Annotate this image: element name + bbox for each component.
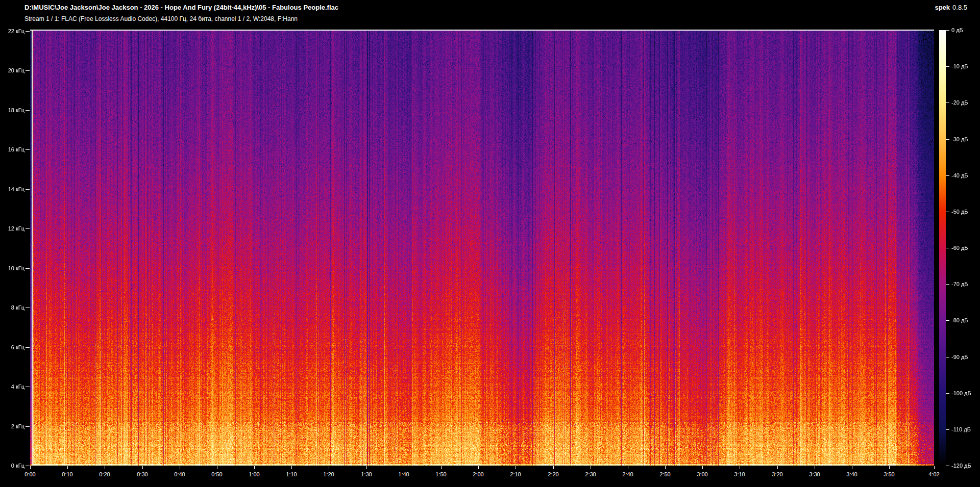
freq-tick bbox=[26, 387, 30, 387]
time-tick bbox=[67, 466, 68, 469]
time-tick-label: 3:40 bbox=[839, 471, 865, 478]
time-tick-label: 0:20 bbox=[92, 471, 117, 478]
time-tick bbox=[553, 466, 554, 469]
db-tick bbox=[946, 284, 949, 285]
spectrogram-canvas bbox=[30, 30, 934, 466]
freq-tick bbox=[26, 70, 30, 71]
time-tick bbox=[516, 466, 516, 469]
db-tick-label: -90 дБ bbox=[951, 353, 968, 361]
freq-tick-label: 2 кГц bbox=[0, 423, 24, 430]
time-tick bbox=[740, 466, 740, 469]
db-tick-label: -30 дБ bbox=[951, 136, 968, 143]
time-tick bbox=[217, 466, 217, 469]
time-tick bbox=[180, 466, 180, 469]
db-tick-label: -120 дБ bbox=[951, 462, 971, 469]
db-tick-label: -80 дБ bbox=[951, 317, 968, 324]
time-tick-label: 2:20 bbox=[541, 471, 566, 478]
time-tick-label: 3:50 bbox=[876, 471, 902, 478]
freq-tick bbox=[26, 466, 30, 466]
freq-tick-label: 14 кГц bbox=[0, 186, 24, 193]
plot-top-border bbox=[30, 30, 934, 31]
time-tick bbox=[478, 466, 479, 469]
time-tick bbox=[777, 466, 778, 469]
time-tick-label: 3:10 bbox=[727, 471, 752, 478]
time-tick bbox=[934, 466, 935, 469]
app-name: spek bbox=[935, 4, 950, 11]
freq-tick bbox=[26, 228, 30, 229]
app-version-number: 0.8.5 bbox=[952, 4, 967, 11]
time-tick-label: 1:40 bbox=[391, 471, 416, 478]
db-tick bbox=[946, 102, 949, 103]
db-tick-label: -20 дБ bbox=[951, 99, 968, 106]
db-tick bbox=[946, 320, 949, 321]
db-tick bbox=[946, 30, 949, 31]
freq-tick-label: 18 кГц bbox=[0, 107, 24, 114]
file-path-title: D:\MUSIC\Joe Jackson\Joe Jackson - 2026 … bbox=[24, 4, 338, 11]
time-tick bbox=[254, 466, 255, 469]
time-tick bbox=[105, 466, 105, 469]
time-tick bbox=[665, 466, 666, 469]
freq-tick bbox=[26, 426, 30, 427]
db-tick bbox=[946, 248, 949, 248]
time-tick-label: 1:50 bbox=[428, 471, 454, 478]
time-tick bbox=[591, 466, 591, 469]
db-tick bbox=[946, 139, 949, 140]
db-tick-label: -110 дБ bbox=[951, 426, 971, 433]
db-tick-label: -100 дБ bbox=[951, 390, 971, 397]
time-tick bbox=[852, 466, 852, 469]
freq-tick-label: 12 кГц bbox=[0, 225, 24, 232]
freq-tick bbox=[26, 31, 30, 32]
colorbar bbox=[939, 30, 946, 466]
freq-tick bbox=[26, 149, 30, 150]
time-tick-label: 1:20 bbox=[316, 471, 341, 478]
time-tick-label: 0:50 bbox=[204, 471, 230, 478]
freq-tick bbox=[26, 307, 30, 308]
freq-tick-label: 0 кГц bbox=[0, 462, 24, 469]
freq-tick-label: 10 кГц bbox=[0, 265, 24, 272]
time-tick bbox=[404, 466, 404, 469]
time-tick-label: 0:40 bbox=[167, 471, 192, 478]
db-tick-label: 0 дБ bbox=[951, 27, 963, 34]
time-tick bbox=[628, 466, 628, 469]
time-tick-label: 1:10 bbox=[279, 471, 304, 478]
freq-tick-label: 8 кГц bbox=[0, 304, 24, 311]
db-tick-label: -70 дБ bbox=[951, 280, 968, 288]
time-tick bbox=[291, 466, 292, 469]
time-tick-label: 2:50 bbox=[652, 471, 678, 478]
time-tick bbox=[30, 466, 31, 469]
time-tick bbox=[329, 466, 329, 469]
db-tick bbox=[946, 429, 949, 430]
freq-tick-label: 22 кГц bbox=[0, 28, 24, 35]
freq-tick-label: 16 кГц bbox=[0, 146, 24, 153]
time-tick-label: 4:02 bbox=[921, 471, 947, 478]
db-tick-label: -50 дБ bbox=[951, 208, 968, 215]
db-tick bbox=[946, 66, 949, 67]
db-tick bbox=[946, 393, 949, 394]
time-tick bbox=[815, 466, 815, 469]
freq-tick-label: 4 кГц bbox=[0, 383, 24, 390]
freq-tick bbox=[26, 110, 30, 111]
db-tick bbox=[946, 357, 949, 357]
freq-tick bbox=[26, 268, 30, 269]
time-tick-label: 1:30 bbox=[354, 471, 379, 478]
freq-tick bbox=[26, 347, 30, 348]
time-tick-label: 2:10 bbox=[503, 471, 528, 478]
time-tick-label: 2:30 bbox=[578, 471, 603, 478]
time-tick bbox=[889, 466, 890, 469]
freq-tick-label: 20 кГц bbox=[0, 67, 24, 74]
time-tick-label: 0:30 bbox=[130, 471, 155, 478]
db-tick-label: -60 дБ bbox=[951, 244, 968, 251]
time-tick-label: 0:00 bbox=[17, 471, 43, 478]
app-version-badge: spek0.8.5 bbox=[935, 4, 967, 11]
db-tick bbox=[946, 212, 949, 212]
db-tick-label: -10 дБ bbox=[951, 63, 968, 70]
time-tick-label: 2:00 bbox=[465, 471, 491, 478]
spek-window: D:\MUSIC\Joe Jackson\Joe Jackson - 2026 … bbox=[0, 0, 980, 487]
freq-tick-label: 6 кГц bbox=[0, 344, 24, 351]
db-tick bbox=[946, 466, 949, 466]
time-tick bbox=[441, 466, 442, 469]
freq-tick bbox=[26, 189, 30, 190]
time-tick bbox=[142, 466, 143, 469]
time-tick-label: 3:00 bbox=[690, 471, 715, 478]
time-tick bbox=[702, 466, 703, 469]
